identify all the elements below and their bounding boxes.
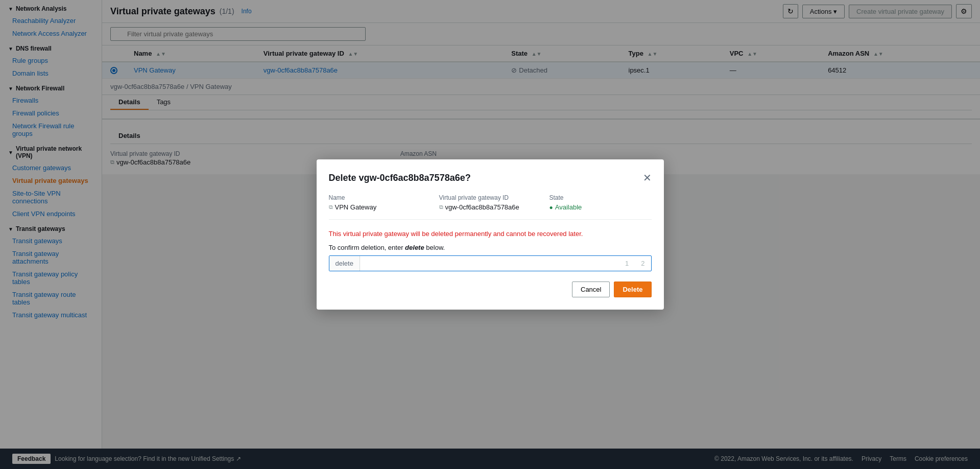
delete-button[interactable]: Delete bbox=[614, 282, 651, 297]
delete-input-label: delete bbox=[329, 256, 360, 271]
modal-close-button[interactable]: ✕ bbox=[643, 172, 652, 184]
delete-input-wrapper: delete 1 2 bbox=[329, 255, 652, 271]
copy-icon-modal-name[interactable]: ⧉ bbox=[329, 204, 333, 210]
delete-confirm-input[interactable] bbox=[360, 256, 619, 271]
modal-info-grid: Name ⧉ VPN Gateway Virtual private gatew… bbox=[329, 194, 652, 220]
delete-modal: Delete vgw-0cf6ac8b8a7578a6e? ✕ Name ⧉ V… bbox=[317, 159, 664, 310]
modal-footer: Cancel Delete bbox=[329, 282, 652, 297]
modal-warning-text: This virtual private gateway will be del… bbox=[329, 230, 652, 238]
modal-title: Delete vgw-0cf6ac8b8a7578a6e? bbox=[329, 173, 471, 183]
input-num-1: 1 bbox=[619, 256, 635, 271]
modal-header: Delete vgw-0cf6ac8b8a7578a6e? ✕ bbox=[329, 172, 652, 184]
copy-icon-modal-id[interactable]: ⧉ bbox=[439, 204, 443, 210]
input-num-2: 2 bbox=[635, 256, 651, 271]
cancel-button[interactable]: Cancel bbox=[572, 282, 610, 297]
modal-state-value: Available bbox=[549, 203, 652, 211]
modal-id-field: Virtual private gateway ID ⧉ vgw-0cf6ac8… bbox=[439, 194, 541, 211]
modal-overlay: Delete vgw-0cf6ac8b8a7578a6e? ✕ Name ⧉ V… bbox=[0, 0, 980, 469]
modal-confirm-text: To confirm deletion, enter delete below. bbox=[329, 244, 652, 251]
modal-name-field: Name ⧉ VPN Gateway bbox=[329, 194, 431, 211]
modal-state-field: State Available bbox=[549, 194, 652, 211]
